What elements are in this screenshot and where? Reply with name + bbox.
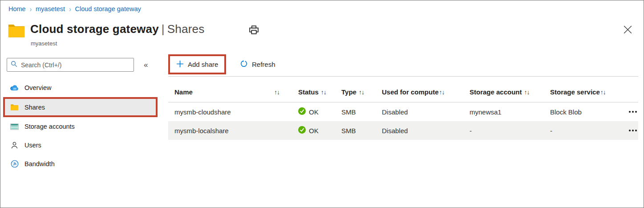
search-icon	[11, 61, 17, 69]
column-header-storage-service[interactable]: Storage service ↑↓	[544, 88, 622, 96]
breadcrumb-separator-icon: ›	[69, 5, 71, 13]
ellipsis-icon	[629, 130, 631, 131]
sidebar-nav: Overview Shares Storage accounts	[0, 78, 162, 173]
sidebar-item-bandwidth[interactable]: Bandwidth	[0, 155, 162, 173]
sidebar-item-label: Overview	[24, 84, 51, 91]
page-title-resource: Cloud storage gateway	[30, 22, 159, 36]
cell-storage-service: -	[544, 127, 622, 135]
printer-icon	[249, 29, 259, 36]
column-header-used-for-compute[interactable]: Used for compute ↑↓	[376, 88, 463, 96]
refresh-label: Refresh	[252, 61, 275, 68]
column-header-type[interactable]: Type ↑↓	[335, 88, 376, 96]
sidebar-item-label: Bandwidth	[24, 160, 55, 167]
row-menu-button[interactable]	[628, 108, 638, 115]
print-button[interactable]	[248, 24, 260, 37]
refresh-icon	[240, 60, 248, 69]
breadcrumb: Home › myasetest › Cloud storage gateway	[8, 5, 141, 12]
sidebar-item-label: Shares	[24, 104, 45, 111]
add-share-button[interactable]: Add share	[170, 56, 224, 73]
status-text: OK	[309, 127, 319, 135]
cell-storage-service: Block Blob	[544, 108, 622, 116]
ellipsis-icon	[629, 111, 631, 113]
user-icon	[10, 141, 19, 149]
cell-name: mysmb-localshare	[168, 127, 292, 135]
cloud-icon	[10, 85, 19, 91]
column-label: Status	[298, 88, 319, 96]
page-title-separator: |	[159, 22, 167, 36]
sort-icon: ↑↓	[524, 89, 530, 96]
cell-name: mysmb-cloudshare	[168, 108, 292, 116]
cell-actions	[622, 127, 644, 134]
cell-type: SMB	[335, 127, 376, 135]
sort-icon: ↑↓	[274, 89, 279, 96]
status-text: OK	[309, 108, 319, 116]
folder-icon	[8, 23, 25, 40]
page-title: Cloud storage gateway|Shares	[30, 22, 204, 36]
close-icon	[624, 29, 632, 35]
search-box[interactable]	[7, 58, 134, 72]
ellipsis-icon	[635, 130, 637, 131]
breadcrumb-cloud-storage-gateway[interactable]: Cloud storage gateway	[75, 5, 141, 12]
cell-storage-account: mynewsa1	[463, 108, 544, 116]
plus-icon	[176, 60, 184, 69]
table-header-row: Name ↑↓ Status ↑↓ Type ↑↓ Used for compu…	[168, 77, 638, 102]
folder-icon	[10, 104, 19, 110]
sidebar-item-users[interactable]: Users	[0, 136, 162, 155]
table-row[interactable]: mysmb-cloudshare OK SMB Disabled mynewsa…	[168, 102, 638, 121]
sidebar-collapse-button[interactable]: «	[142, 60, 150, 70]
row-menu-button[interactable]	[628, 127, 638, 134]
ellipsis-icon	[635, 111, 637, 113]
cell-used-for-compute: Disabled	[376, 108, 463, 116]
sort-icon: ↑↓	[600, 89, 606, 96]
cell-used-for-compute: Disabled	[376, 127, 463, 135]
sidebar-item-storage-accounts[interactable]: Storage accounts	[0, 117, 162, 136]
resource-subtitle: myasetest	[31, 40, 57, 47]
column-label: Type	[341, 88, 356, 96]
column-label: Used for compute	[382, 88, 439, 96]
cell-status: OK	[292, 126, 335, 135]
cell-status: OK	[292, 107, 335, 116]
cell-actions	[622, 108, 644, 115]
sort-icon: ↑↓	[439, 89, 445, 96]
column-header-storage-account[interactable]: Storage account ↑↓	[463, 88, 544, 96]
breadcrumb-separator-icon: ›	[30, 5, 32, 13]
close-button[interactable]	[622, 24, 634, 37]
bandwidth-icon	[10, 160, 19, 168]
storage-accounts-icon	[10, 123, 19, 130]
sidebar-search-row: «	[7, 58, 150, 72]
ok-check-icon	[298, 107, 306, 116]
breadcrumb-home[interactable]: Home	[8, 5, 26, 12]
column-label: Storage account	[470, 88, 522, 96]
sidebar-item-label: Users	[24, 142, 41, 149]
annotation-box-add-share: Add share	[168, 54, 226, 74]
annotation-box-shares: Shares	[3, 97, 158, 117]
add-share-label: Add share	[188, 61, 218, 68]
breadcrumb-myasetest[interactable]: myasetest	[36, 5, 65, 12]
cell-type: SMB	[335, 108, 376, 116]
sort-icon: ↑↓	[321, 89, 326, 96]
cell-storage-account: -	[463, 127, 544, 135]
ok-check-icon	[298, 126, 306, 135]
table-row[interactable]: mysmb-localshare OK SMB Disabled - -	[168, 121, 638, 140]
column-label: Name	[174, 88, 193, 96]
sort-icon: ↑↓	[359, 89, 364, 96]
page-title-blade: Shares	[167, 22, 205, 36]
sidebar-item-label: Storage accounts	[24, 123, 75, 130]
sidebar-item-overview[interactable]: Overview	[0, 78, 162, 97]
sidebar-item-shares[interactable]: Shares	[5, 99, 156, 115]
column-header-name[interactable]: Name ↑↓	[168, 88, 292, 96]
column-header-status[interactable]: Status ↑↓	[292, 88, 335, 96]
ellipsis-icon	[632, 130, 634, 131]
column-label: Storage service	[550, 88, 600, 96]
search-input[interactable]	[21, 61, 130, 69]
refresh-button[interactable]: Refresh	[234, 54, 282, 74]
ellipsis-icon	[632, 111, 634, 113]
shares-table: Name ↑↓ Status ↑↓ Type ↑↓ Used for compu…	[168, 77, 638, 140]
